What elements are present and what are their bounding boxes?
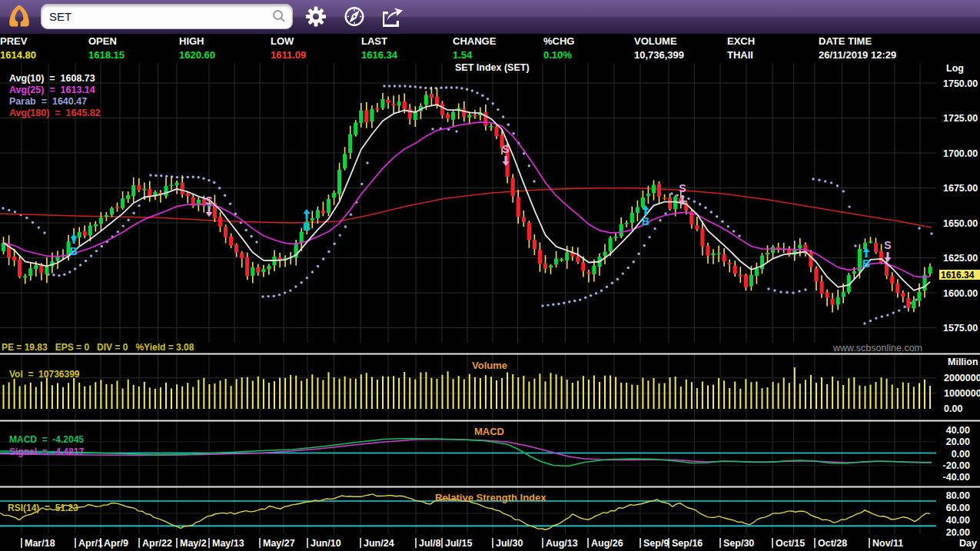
svg-text:0.00: 0.00 [944,403,962,414]
svg-text:RSI(14) = 51.23: RSI(14) = 51.23 [8,503,78,513]
svg-text:Jul/15: Jul/15 [445,538,472,549]
svg-text:Signal = -4.4817: Signal = -4.4817 [9,446,84,457]
svg-text:Apr/22: Apr/22 [142,538,172,549]
svg-text:May/13: May/13 [212,538,244,549]
svg-text:Million: Million [948,357,978,367]
svg-text:80.00: 80.00 [946,490,970,501]
svg-text:60.00: 60.00 [946,503,970,513]
svg-text:1625.00: 1625.00 [943,253,978,264]
svg-text:20.00: 20.00 [946,436,970,447]
svg-text:1600.00: 1600.00 [943,288,978,299]
svg-text:Volume: Volume [472,360,507,371]
svg-text:1650.00: 1650.00 [943,218,978,229]
svg-text:S: S [679,182,686,194]
svg-text:Aug/13: Aug/13 [546,538,578,549]
svg-text:Parab = 1640.47: Parab = 1640.47 [9,96,87,107]
svg-text:www.scbsonline.com: www.scbsonline.com [832,343,922,354]
svg-text:S: S [502,143,509,155]
svg-text:May/27: May/27 [263,538,295,549]
svg-text:1616.34: 1616.34 [941,270,975,280]
svg-text:Apr/1: Apr/1 [78,538,103,549]
svg-text:Jul/8: Jul/8 [419,538,441,549]
svg-text:Sep/9: Sep/9 [643,538,669,549]
svg-text:-40.00: -40.00 [943,472,970,483]
svg-text:Oct/15: Oct/15 [776,538,805,549]
svg-text:40.00: 40.00 [946,515,970,526]
svg-text:S: S [884,239,891,251]
svg-text:Apr/9: Apr/9 [104,538,128,549]
svg-text:1675.00: 1675.00 [943,183,978,194]
svg-text:1700.00: 1700.00 [943,148,978,159]
svg-text:PE = 19.83 EPS = 0 DIV = 0: PE = 19.83 EPS = 0 DIV = 0 %Yield = 3.08 [2,342,194,353]
svg-text:Avg(10) = 1608.73: Avg(10) = 1608.73 [9,73,95,84]
svg-text:S: S [205,194,212,207]
svg-text:0.00: 0.00 [952,449,970,460]
svg-text:MACD: MACD [474,426,504,437]
svg-text:Jul/30: Jul/30 [496,538,523,549]
svg-text:Vol = 10736399: Vol = 10736399 [9,369,80,380]
svg-text:B: B [70,245,78,257]
svg-text:20.00: 20.00 [946,527,970,538]
svg-text:Relative Strength Index: Relative Strength Index [435,492,546,503]
svg-text:Mar/18: Mar/18 [25,538,55,549]
svg-text:Sep/30: Sep/30 [723,538,754,549]
svg-text:Sep/16: Sep/16 [672,538,703,549]
svg-text:1575.00: 1575.00 [943,323,978,334]
svg-text:Nov/11: Nov/11 [872,538,903,549]
svg-text:1750.00: 1750.00 [943,78,978,89]
svg-text:Avg(25) = 1613.14: Avg(25) = 1613.14 [9,85,95,95]
svg-text:B: B [642,215,649,227]
svg-text:40.00: 40.00 [946,425,970,436]
svg-text:1725.00: 1725.00 [943,113,978,124]
svg-text:Oct/28: Oct/28 [818,538,847,549]
svg-text:-20.00: -20.00 [943,460,970,471]
svg-text:Aug/26: Aug/26 [591,538,623,549]
svg-text:Jun/24: Jun/24 [364,538,394,549]
svg-text:MACD = -4.2045: MACD = -4.2045 [9,434,84,445]
svg-text:Day: Day [959,538,977,549]
svg-text:B: B [303,221,311,233]
svg-text:Jun/10: Jun/10 [311,538,341,549]
svg-text:Log: Log [946,63,964,74]
svg-text:1000000: 1000000 [944,388,980,399]
svg-text:2000000: 2000000 [944,373,980,383]
svg-text:B: B [862,257,870,270]
svg-text:SET Index (SET): SET Index (SET) [455,62,530,73]
svg-text:Avg(180) = 1645.82: Avg(180) = 1645.82 [9,108,101,118]
svg-text:May/2: May/2 [180,538,207,549]
